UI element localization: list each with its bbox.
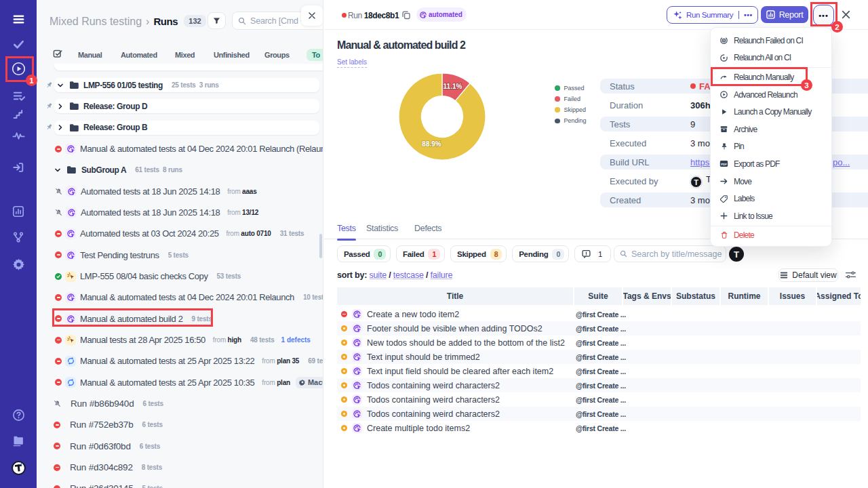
- svg-text:88.9%: 88.9%: [422, 140, 441, 148]
- svg-text:11.1%: 11.1%: [443, 83, 462, 90]
- svg-text:PDF: PDF: [721, 163, 727, 166]
